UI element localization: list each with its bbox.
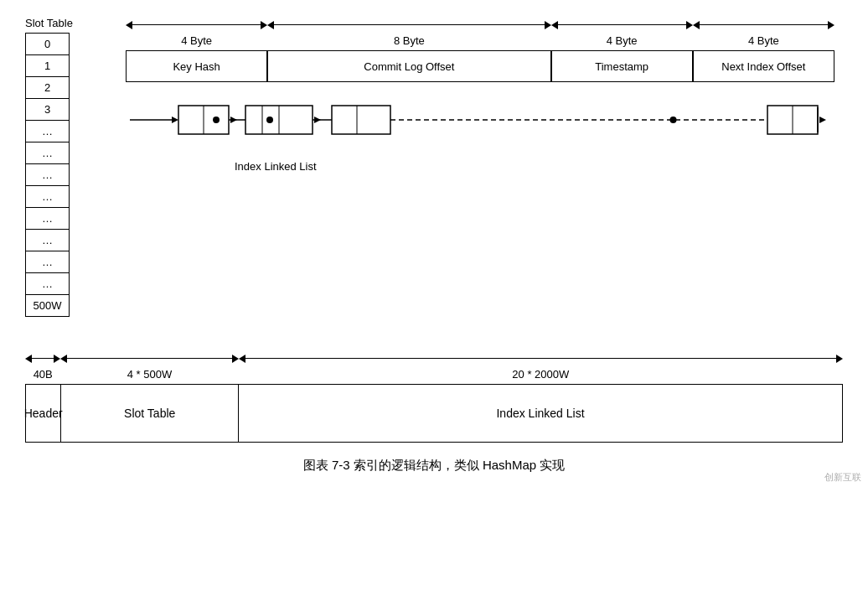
svg-point-15 — [670, 117, 677, 123]
field-box-2: Timestamp — [551, 50, 693, 82]
top-section: Slot Table 0123……………………500W 4 Byte8 Byte… — [25, 17, 843, 317]
main-container: Slot Table 0123……………………500W 4 Byte8 Byte… — [0, 0, 868, 490]
caption: 图表 7-3 索引的逻辑结构，类似 HashMap 实现 — [25, 458, 843, 474]
bottom-arrows-row: 40B4 * 500W20 * 2000W — [25, 350, 843, 381]
slot-table-cell: 3 — [26, 99, 70, 121]
byte-label-3: 4 Byte — [748, 34, 779, 47]
bottom-cell-2: Index Linked List — [239, 385, 842, 442]
byte-arrow-block-2: 4 Byte — [551, 18, 693, 47]
slot-table-cell: 2 — [26, 77, 70, 99]
bottom-section: 40B4 * 500W20 * 2000W HeaderSlot TableIn… — [25, 350, 843, 443]
linked-list-label: Index Linked List — [235, 160, 317, 173]
svg-rect-12 — [332, 106, 390, 134]
svg-marker-18 — [819, 117, 826, 123]
bottom-arrow-label-1: 4 * 500W — [127, 368, 172, 381]
field-box-3: Next Index Offset — [693, 50, 834, 82]
slot-table-cell: 500W — [26, 295, 70, 317]
slot-table-cell: … — [26, 186, 70, 208]
bottom-arrow-label-0: 40B — [34, 368, 53, 381]
svg-point-8 — [266, 117, 273, 123]
svg-point-3 — [213, 117, 220, 123]
slot-table-cell: … — [26, 251, 70, 273]
linked-list-area: Index Linked List — [126, 99, 834, 174]
field-box-1: Commit Log Offset — [267, 50, 550, 82]
slot-table-cell: … — [26, 164, 70, 186]
slot-table-cell: … — [26, 121, 70, 142]
bottom-arrow-block-2: 20 * 2000W — [239, 351, 843, 381]
field-box-0: Key Hash — [126, 50, 267, 82]
byte-arrow-block-1: 8 Byte — [267, 18, 550, 47]
slot-table-cell: 1 — [26, 55, 70, 77]
slot-table-cell: … — [26, 208, 70, 230]
svg-marker-5 — [230, 117, 237, 123]
bottom-table: HeaderSlot TableIndex Linked List — [25, 384, 843, 443]
byte-arrows-row: 4 Byte8 Byte4 Byte4 Byte — [126, 17, 834, 47]
watermark: 创新互联 — [824, 471, 861, 484]
slot-table-cell: … — [26, 230, 70, 251]
bottom-cell-0: Header — [26, 385, 61, 442]
byte-arrow-block-0: 4 Byte — [126, 18, 267, 47]
linked-list-svg — [126, 99, 834, 174]
svg-marker-11 — [314, 117, 321, 123]
watermark-text: 创新互联 — [824, 472, 861, 482]
field-boxes-row: Key HashCommit Log OffsetTimestampNext I… — [126, 50, 834, 82]
bottom-arrow-block-0: 40B — [25, 351, 60, 381]
slot-table: 0123……………………500W — [25, 33, 70, 317]
diagram-area: 4 Byte8 Byte4 Byte4 Byte Key HashCommit … — [126, 17, 834, 174]
bottom-arrow-label-2: 20 * 2000W — [512, 368, 569, 381]
bottom-arrow-block-1: 4 * 500W — [60, 351, 238, 381]
byte-arrow-block-3: 4 Byte — [693, 18, 834, 47]
byte-label-2: 4 Byte — [607, 34, 638, 47]
slot-table-cell: 0 — [26, 34, 70, 55]
byte-label-1: 8 Byte — [394, 34, 425, 47]
svg-marker-0 — [172, 117, 178, 123]
slot-table-cell: … — [26, 273, 70, 295]
bottom-cell-1: Slot Table — [61, 385, 239, 442]
byte-label-0: 4 Byte — [181, 34, 212, 47]
slot-table-cell: … — [26, 142, 70, 164]
